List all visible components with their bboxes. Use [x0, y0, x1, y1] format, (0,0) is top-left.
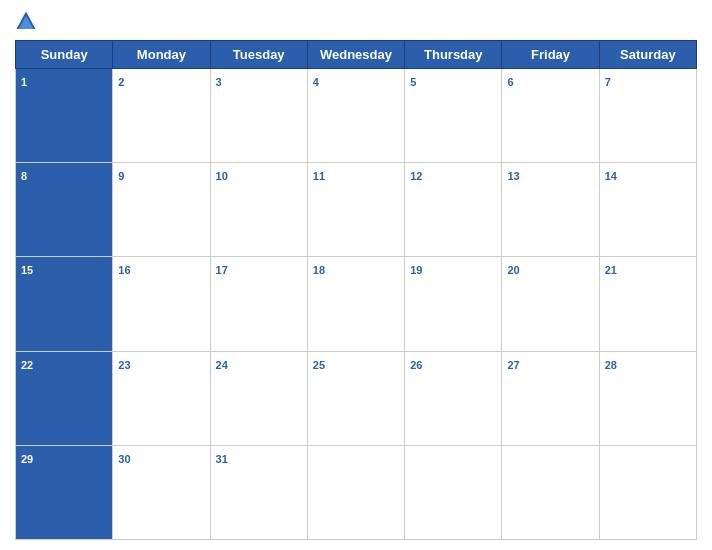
calendar-cell: 18 — [307, 257, 404, 351]
day-number: 11 — [313, 170, 325, 182]
day-number: 13 — [507, 170, 519, 182]
calendar-cell: 20 — [502, 257, 599, 351]
calendar-cell: 22 — [16, 351, 113, 445]
calendar-cell: 29 — [16, 445, 113, 539]
day-number: 29 — [21, 453, 33, 465]
day-number: 8 — [21, 170, 27, 182]
calendar-cell: 1 — [16, 69, 113, 163]
calendar-week-row: 15161718192021 — [16, 257, 697, 351]
page: SundayMondayTuesdayWednesdayThursdayFrid… — [0, 0, 712, 550]
day-header-monday: Monday — [113, 41, 210, 69]
day-header-wednesday: Wednesday — [307, 41, 404, 69]
day-header-thursday: Thursday — [405, 41, 502, 69]
day-number: 6 — [507, 76, 513, 88]
calendar-cell — [307, 445, 404, 539]
day-number: 19 — [410, 264, 422, 276]
day-number: 20 — [507, 264, 519, 276]
calendar-cell: 21 — [599, 257, 696, 351]
calendar-cell: 25 — [307, 351, 404, 445]
calendar-cell: 28 — [599, 351, 696, 445]
calendar-cell: 13 — [502, 163, 599, 257]
day-number: 24 — [216, 359, 228, 371]
calendar-cell: 3 — [210, 69, 307, 163]
calendar-cell — [599, 445, 696, 539]
day-header-tuesday: Tuesday — [210, 41, 307, 69]
calendar-cell: 5 — [405, 69, 502, 163]
calendar-week-row: 293031 — [16, 445, 697, 539]
calendar-cell: 12 — [405, 163, 502, 257]
calendar-cell: 11 — [307, 163, 404, 257]
calendar-table: SundayMondayTuesdayWednesdayThursdayFrid… — [15, 40, 697, 540]
calendar-cell: 2 — [113, 69, 210, 163]
calendar-week-row: 1234567 — [16, 69, 697, 163]
calendar-cell: 10 — [210, 163, 307, 257]
day-number: 30 — [118, 453, 130, 465]
day-number: 12 — [410, 170, 422, 182]
header — [15, 10, 697, 32]
day-number: 15 — [21, 264, 33, 276]
calendar-cell: 16 — [113, 257, 210, 351]
day-number: 17 — [216, 264, 228, 276]
days-header-row: SundayMondayTuesdayWednesdayThursdayFrid… — [16, 41, 697, 69]
day-number: 25 — [313, 359, 325, 371]
calendar-cell: 8 — [16, 163, 113, 257]
day-header-friday: Friday — [502, 41, 599, 69]
day-number: 5 — [410, 76, 416, 88]
calendar-cell: 30 — [113, 445, 210, 539]
generalblue-logo-icon — [15, 10, 37, 32]
day-number: 4 — [313, 76, 319, 88]
calendar-cell: 17 — [210, 257, 307, 351]
calendar-cell — [405, 445, 502, 539]
calendar-cell: 31 — [210, 445, 307, 539]
day-number: 28 — [605, 359, 617, 371]
day-number: 18 — [313, 264, 325, 276]
day-number: 16 — [118, 264, 130, 276]
day-number: 26 — [410, 359, 422, 371]
calendar-cell: 14 — [599, 163, 696, 257]
day-header-saturday: Saturday — [599, 41, 696, 69]
calendar-cell: 26 — [405, 351, 502, 445]
day-number: 9 — [118, 170, 124, 182]
calendar-cell: 9 — [113, 163, 210, 257]
day-number: 23 — [118, 359, 130, 371]
calendar-cell: 6 — [502, 69, 599, 163]
day-number: 3 — [216, 76, 222, 88]
calendar-cell — [502, 445, 599, 539]
day-number: 7 — [605, 76, 611, 88]
logo — [15, 10, 41, 32]
day-number: 27 — [507, 359, 519, 371]
day-header-sunday: Sunday — [16, 41, 113, 69]
calendar-cell: 23 — [113, 351, 210, 445]
calendar-week-row: 891011121314 — [16, 163, 697, 257]
calendar-cell: 4 — [307, 69, 404, 163]
day-number: 21 — [605, 264, 617, 276]
day-number: 14 — [605, 170, 617, 182]
day-number: 10 — [216, 170, 228, 182]
calendar-cell: 27 — [502, 351, 599, 445]
calendar-cell: 19 — [405, 257, 502, 351]
calendar-header: SundayMondayTuesdayWednesdayThursdayFrid… — [16, 41, 697, 69]
calendar-cell: 7 — [599, 69, 696, 163]
day-number: 2 — [118, 76, 124, 88]
day-number: 31 — [216, 453, 228, 465]
calendar-cell: 24 — [210, 351, 307, 445]
calendar-week-row: 22232425262728 — [16, 351, 697, 445]
calendar-body: 1234567891011121314151617181920212223242… — [16, 69, 697, 540]
calendar-cell: 15 — [16, 257, 113, 351]
day-number: 22 — [21, 359, 33, 371]
day-number: 1 — [21, 76, 27, 88]
